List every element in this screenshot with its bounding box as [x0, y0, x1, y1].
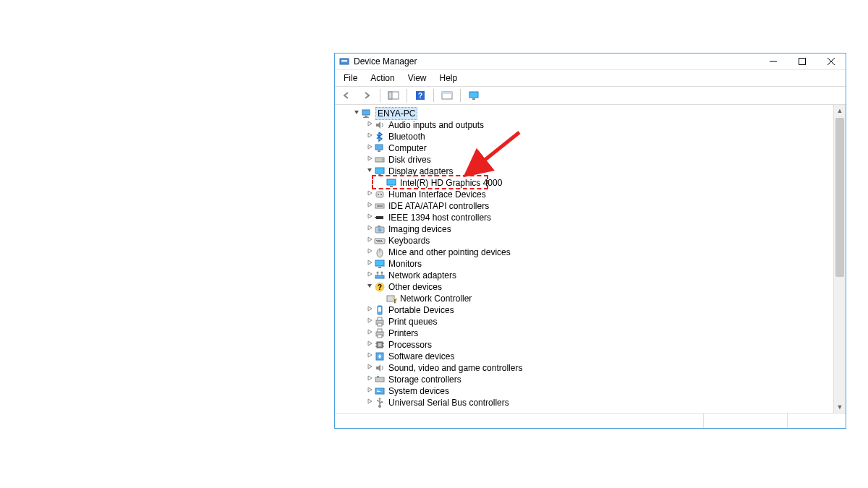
monitor-button[interactable] [465, 87, 482, 103]
tree-item[interactable]: Network adapters [339, 270, 834, 281]
menu-view[interactable]: View [402, 72, 433, 85]
tree-item[interactable]: Audio inputs and outputs [339, 119, 834, 131]
chevron-icon[interactable] [365, 351, 374, 362]
chevron-icon[interactable] [365, 154, 374, 166]
forward-button[interactable] [358, 87, 375, 103]
scroll-down-icon[interactable]: ▼ [834, 401, 846, 413]
window-buttons [759, 53, 846, 69]
chevron-icon[interactable] [365, 247, 374, 258]
tree-item[interactable]: Processors [339, 339, 834, 351]
tree-item[interactable]: Sound, video and game controllers [339, 362, 834, 374]
chevron-icon[interactable] [365, 281, 374, 293]
tree-item[interactable]: Monitors [339, 258, 834, 270]
svg-rect-24 [387, 179, 396, 185]
tree-item-label: Monitors [388, 258, 422, 270]
tree-item-label: Display adapters [388, 166, 453, 177]
scroll-thumb[interactable] [835, 118, 844, 277]
chevron-icon[interactable] [365, 304, 374, 316]
chevron-icon[interactable] [365, 316, 374, 328]
tree-item[interactable]: Human Interface Devices [339, 189, 834, 200]
tree-item[interactable]: Imaging devices [339, 223, 834, 235]
svg-rect-43 [375, 260, 384, 266]
svg-rect-2 [341, 61, 347, 62]
toolbar: ? [335, 87, 846, 105]
svg-rect-18 [375, 145, 383, 150]
device-manager-window: Device Manager File Action View Help [334, 53, 846, 429]
computer-icon [361, 108, 373, 119]
svg-rect-22 [375, 168, 384, 174]
tree-item[interactable]: Universal Serial Bus controllers [339, 397, 834, 408]
tree-item-label: IDE ATA/ATAPI controllers [388, 200, 489, 212]
tree-item[interactable]: Software devices [339, 351, 834, 362]
audio-icon [374, 362, 386, 374]
chevron-icon[interactable] [365, 200, 374, 212]
cpu-icon [374, 339, 386, 351]
help-button[interactable]: ? [412, 87, 429, 103]
chevron-icon[interactable] [365, 166, 374, 177]
svg-rect-63 [378, 343, 381, 346]
chevron-icon[interactable] [365, 119, 374, 131]
tree-item[interactable]: Display adapters [339, 166, 834, 177]
tree-item-label: Sound, video and game controllers [388, 362, 522, 374]
tree-item[interactable]: ?Other devices [339, 281, 834, 293]
tree-root[interactable]: ENYA-PC [339, 108, 834, 119]
portable-icon [374, 304, 386, 316]
chevron-icon[interactable] [365, 212, 374, 223]
tree-item-label: Bluetooth [388, 131, 425, 142]
svg-rect-61 [378, 335, 382, 338]
back-button[interactable] [338, 87, 355, 103]
tree-item[interactable]: Print queues [339, 316, 834, 328]
menu-help[interactable]: Help [434, 72, 464, 85]
maximize-button[interactable] [788, 53, 817, 69]
tree-item[interactable]: Disk drives [339, 154, 834, 166]
close-button[interactable] [817, 53, 846, 69]
svg-rect-1 [341, 60, 347, 61]
chevron-icon[interactable] [365, 189, 374, 200]
tree-item[interactable]: Mice and other pointing devices [339, 247, 834, 258]
svg-rect-35 [378, 226, 380, 227]
chevron-icon[interactable] [365, 235, 374, 247]
chevron-icon[interactable] [365, 258, 374, 270]
show-hide-tree-button[interactable] [385, 87, 402, 103]
svg-rect-36 [375, 239, 385, 244]
tree-child-item[interactable]: Intel(R) HD Graphics 4000 [339, 177, 834, 189]
tree-item[interactable]: Storage controllers [339, 374, 834, 385]
svg-rect-55 [378, 307, 381, 312]
chevron-icon[interactable] [365, 223, 374, 235]
usb-icon [374, 397, 386, 408]
svg-rect-16 [365, 116, 367, 117]
scan-button[interactable] [438, 87, 456, 103]
display-icon [374, 166, 386, 177]
chevron-down-icon[interactable] [352, 108, 361, 119]
tree-item[interactable]: Portable Devices [339, 304, 834, 316]
tree-child-item[interactable]: !Network Controller [339, 293, 834, 304]
titlebar[interactable]: Device Manager [335, 53, 846, 70]
tree-item-label: Disk drives [388, 154, 431, 166]
tree-item[interactable]: System devices [339, 385, 834, 397]
tree-item[interactable]: IEEE 1394 host controllers [339, 212, 834, 223]
tree-item[interactable]: Computer [339, 142, 834, 154]
vertical-scrollbar[interactable]: ▲ ▼ [833, 105, 846, 413]
chevron-icon[interactable] [365, 142, 374, 154]
chevron-icon[interactable] [365, 374, 374, 385]
menu-file[interactable]: File [338, 72, 363, 85]
minimize-button[interactable] [759, 53, 788, 69]
chevron-icon[interactable] [365, 397, 374, 408]
statusbar [335, 413, 846, 428]
warning-icon: ! [386, 293, 397, 304]
scroll-up-icon[interactable]: ▲ [834, 105, 846, 116]
chevron-icon[interactable] [365, 362, 374, 374]
chevron-icon[interactable] [365, 385, 374, 397]
chevron-icon[interactable] [365, 328, 374, 339]
chevron-icon[interactable] [365, 131, 374, 142]
chevron-icon[interactable] [365, 270, 374, 281]
tree-item[interactable]: Printers [339, 328, 834, 339]
svg-rect-8 [388, 92, 392, 99]
tree-item[interactable]: Bluetooth [339, 131, 834, 142]
chevron-icon[interactable] [365, 339, 374, 351]
svg-text:?: ? [378, 283, 382, 291]
tree-item[interactable]: IDE ATA/ATAPI controllers [339, 200, 834, 212]
menu-action[interactable]: Action [365, 72, 400, 85]
mouse-icon [374, 247, 386, 258]
tree-item[interactable]: Keyboards [339, 235, 834, 247]
